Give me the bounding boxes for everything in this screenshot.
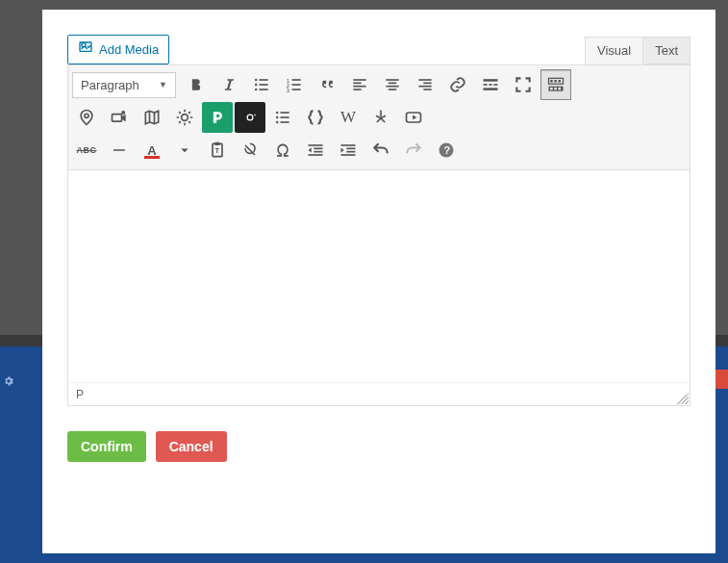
resize-handle[interactable]	[677, 393, 689, 404]
svg-rect-60	[309, 154, 323, 156]
tab-text[interactable]: Text	[642, 37, 690, 64]
editor-modal: Add Media Visual Text Paragraph ▼ 123	[42, 10, 715, 553]
redo-button[interactable]	[398, 135, 429, 166]
outdent-button[interactable]	[300, 135, 331, 166]
svg-rect-53	[113, 149, 125, 151]
fullscreen-button[interactable]	[508, 69, 539, 100]
align-right-button[interactable]	[410, 69, 440, 100]
svg-point-3	[255, 84, 258, 87]
svg-rect-7	[260, 89, 268, 90]
svg-point-48	[276, 121, 279, 124]
svg-rect-17	[353, 89, 361, 90]
align-left-button[interactable]	[344, 69, 375, 100]
svg-text:3: 3	[287, 88, 289, 93]
svg-rect-26	[484, 79, 498, 82]
svg-rect-6	[260, 84, 268, 86]
add-media-button[interactable]: Add Media	[67, 35, 169, 64]
svg-rect-15	[353, 83, 361, 85]
svg-rect-55	[215, 142, 220, 145]
svg-rect-12	[292, 84, 301, 86]
brightness-icon[interactable]	[169, 102, 200, 133]
strikethrough-button[interactable]: ABC	[71, 135, 102, 166]
yelp-icon[interactable]	[365, 102, 396, 133]
svg-rect-20	[386, 86, 398, 88]
background-gear-icon	[3, 375, 14, 390]
svg-point-39	[85, 114, 88, 117]
undo-button[interactable]	[365, 135, 396, 166]
align-center-button[interactable]	[377, 69, 408, 100]
svg-rect-64	[341, 154, 356, 156]
chevron-down-icon: ▼	[159, 80, 167, 90]
bold-button[interactable]	[181, 69, 212, 100]
svg-point-45	[254, 115, 256, 116]
editor-content-area[interactable]	[68, 170, 690, 382]
svg-rect-32	[550, 80, 553, 83]
svg-rect-63	[346, 151, 355, 153]
svg-rect-50	[281, 116, 289, 118]
link-button[interactable]	[442, 69, 473, 100]
add-media-label: Add Media	[99, 42, 159, 57]
svg-rect-34	[559, 80, 562, 83]
map-icon[interactable]	[137, 102, 167, 133]
video-record-icon[interactable]	[104, 102, 135, 133]
svg-rect-58	[314, 148, 322, 150]
blockquote-button[interactable]	[312, 69, 342, 100]
text-color-button[interactable]: A	[137, 135, 167, 166]
editor-toolbar: Paragraph ▼ 123	[68, 65, 690, 170]
svg-rect-49	[281, 112, 289, 114]
svg-rect-19	[389, 83, 396, 85]
svg-point-2	[255, 79, 258, 82]
text-color-dropdown[interactable]	[169, 135, 200, 166]
element-path[interactable]: P	[76, 388, 84, 401]
horizontal-rule-button[interactable]	[104, 135, 135, 166]
svg-rect-14	[353, 79, 365, 81]
svg-rect-29	[493, 84, 497, 86]
svg-rect-33	[554, 80, 557, 83]
svg-text:T: T	[215, 146, 220, 155]
svg-rect-18	[386, 79, 398, 81]
svg-rect-24	[418, 86, 431, 88]
svg-rect-21	[389, 89, 396, 90]
map-pin-icon[interactable]	[71, 102, 102, 133]
confirm-button[interactable]: Confirm	[67, 431, 146, 462]
tab-visual[interactable]: Visual	[585, 37, 643, 64]
unordered-list-button[interactable]	[246, 69, 277, 100]
svg-rect-59	[314, 151, 322, 153]
youtube-icon[interactable]	[398, 102, 429, 133]
format-select-label: Paragraph	[81, 78, 139, 92]
read-more-button[interactable]	[475, 69, 506, 100]
pixabay-button[interactable]	[235, 102, 265, 133]
svg-rect-40	[113, 115, 122, 122]
paste-text-button[interactable]: T	[202, 135, 233, 166]
svg-point-41	[121, 111, 125, 115]
pexels-button[interactable]	[202, 102, 233, 133]
help-button[interactable]: ?	[431, 135, 462, 166]
editor-tabs: Visual Text	[586, 37, 690, 64]
indent-button[interactable]	[333, 135, 364, 166]
editor-statusbar: P	[68, 382, 690, 405]
checklist-icon[interactable]	[267, 102, 298, 133]
svg-rect-30	[484, 88, 498, 90]
svg-rect-38	[559, 88, 562, 90]
ordered-list-button[interactable]: 123	[279, 69, 310, 100]
svg-rect-16	[353, 86, 365, 88]
svg-rect-13	[292, 89, 301, 90]
svg-rect-11	[292, 79, 301, 81]
svg-rect-25	[423, 89, 431, 90]
wikipedia-button[interactable]: W	[333, 102, 364, 133]
svg-rect-5	[260, 79, 268, 81]
svg-rect-27	[484, 84, 488, 86]
cancel-button[interactable]: Cancel	[156, 431, 227, 462]
editor-container: Paragraph ▼ 123	[67, 64, 690, 406]
svg-point-47	[276, 116, 279, 119]
special-character-button[interactable]	[267, 135, 298, 166]
svg-rect-23	[423, 83, 431, 85]
shortcode-icon[interactable]	[300, 102, 331, 133]
svg-rect-28	[489, 84, 491, 86]
svg-text:?: ?	[444, 144, 451, 156]
format-select[interactable]: Paragraph ▼	[72, 72, 176, 98]
toolbar-toggle-button[interactable]	[540, 69, 571, 100]
clear-formatting-button[interactable]	[235, 135, 265, 166]
italic-button[interactable]	[213, 69, 244, 100]
svg-point-4	[255, 89, 258, 91]
